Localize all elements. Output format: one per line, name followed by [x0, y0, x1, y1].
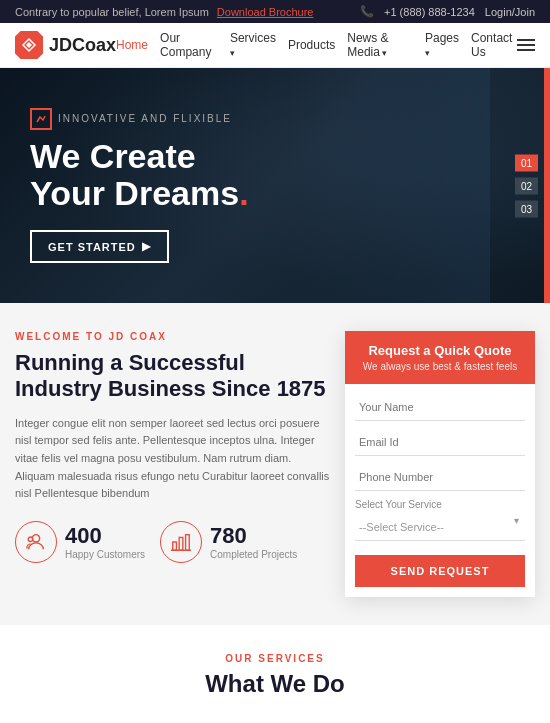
nav-services[interactable]: Services: [230, 31, 276, 59]
svg-rect-3: [179, 537, 183, 550]
hero-cta-button[interactable]: GET STARTED ▶: [30, 230, 169, 263]
service-automotive[interactable]: AutomotiveManufacturing: [15, 718, 113, 723]
stat-customers: 400 Happy Customers: [15, 521, 145, 563]
services-label: OUR SERVICES: [15, 653, 535, 664]
stat-projects: 780 Completed Projects: [160, 521, 297, 563]
services-section: OUR SERVICES What We Do AutomotiveManufa…: [0, 625, 550, 723]
quote-form: Request a Quick Quote We always use best…: [345, 331, 535, 597]
hero-title-line2: Your Dreams: [30, 174, 239, 212]
projects-svg: [170, 531, 192, 553]
customers-svg: [25, 531, 47, 553]
nav-contact[interactable]: Contact Us: [471, 31, 517, 59]
hero-tag-svg: [35, 113, 47, 125]
nav-home[interactable]: Home: [116, 38, 148, 52]
quote-form-subtitle: We always use best & fastest feels: [357, 361, 523, 372]
quote-form-title: Request a Quick Quote: [357, 343, 523, 358]
hero-cta-label: GET STARTED: [48, 241, 136, 253]
logo-svg: [21, 37, 37, 53]
nav-company[interactable]: Our Company: [160, 31, 218, 59]
hero-tag-icon: [30, 108, 52, 130]
logo: JDCoax: [15, 31, 116, 59]
svg-rect-2: [173, 542, 177, 550]
hero-section: INNOVATIVE AND FLIXIBLE We Create Your D…: [0, 68, 550, 303]
hero-tag-text: INNOVATIVE AND FLIXIBLE: [58, 113, 232, 124]
service-field: Select Your Service --Select Service-- A…: [355, 499, 525, 541]
brochure-link[interactable]: Download Brochure: [217, 6, 314, 18]
projects-icon: [160, 521, 202, 563]
stat-projects-info: 780 Completed Projects: [210, 523, 297, 560]
quote-form-body: Select Your Service --Select Service-- A…: [345, 384, 535, 597]
welcome-section: WELCOME TO JD COAX Running a Successful …: [0, 303, 550, 625]
welcome-body: Integer congue elit non semper laoreet s…: [15, 415, 330, 503]
phone-field: [355, 464, 525, 491]
welcome-left: WELCOME TO JD COAX Running a Successful …: [15, 331, 330, 563]
hero-slide-numbers: 01 02 03: [515, 154, 538, 217]
hero-content: INNOVATIVE AND FLIXIBLE We Create Your D…: [30, 108, 525, 264]
logo-text: JDCoax: [49, 35, 116, 56]
service-select[interactable]: --Select Service-- Automotive Manufactur…: [355, 514, 525, 541]
hamburger-line3: [517, 49, 535, 51]
top-bar-text: Contrary to popular belief, Lorem Ipsum: [15, 6, 209, 18]
send-request-button[interactable]: SEND REQUEST: [355, 555, 525, 587]
stat-projects-label: Completed Projects: [210, 549, 297, 560]
quote-form-header: Request a Quick Quote We always use best…: [345, 331, 535, 384]
service-industrial[interactable]: IndustrialConstruction: [121, 718, 219, 723]
welcome-title: Running a Successful Industry Business S…: [15, 350, 330, 403]
hamburger-menu[interactable]: [517, 39, 535, 51]
customers-icon: [15, 521, 57, 563]
hero-cta-arrow: ▶: [142, 240, 151, 253]
nav-pages[interactable]: Pages: [425, 31, 459, 59]
email-field: [355, 429, 525, 456]
hero-slide-3[interactable]: 03: [515, 200, 538, 217]
stat-projects-number: 780: [210, 523, 297, 549]
name-input[interactable]: [355, 394, 525, 421]
service-oil-gas[interactable]: Oil & GasEnergy: [437, 718, 535, 723]
service-mechanical[interactable]: MechanicalEngineering: [226, 718, 324, 723]
stat-customers-number: 400: [65, 523, 145, 549]
top-bar: Contrary to popular belief, Lorem Ipsum …: [0, 0, 550, 23]
stats-row: 400 Happy Customers 780 Completed Projec…: [15, 521, 330, 563]
top-bar-right: 📞 +1 (888) 888-1234 Login/Join: [360, 5, 535, 18]
hero-title-line1: We Create: [30, 137, 196, 175]
logo-icon: [15, 31, 43, 59]
svg-point-0: [32, 534, 39, 541]
login-link[interactable]: Login/Join: [485, 6, 535, 18]
welcome-label: WELCOME TO JD COAX: [15, 331, 330, 342]
hero-red-bar: [544, 68, 550, 303]
top-bar-left: Contrary to popular belief, Lorem Ipsum …: [15, 6, 313, 18]
hero-title: We Create Your Dreams.: [30, 138, 525, 213]
stat-customers-label: Happy Customers: [65, 549, 145, 560]
nav-news[interactable]: News & Media: [347, 31, 413, 59]
hero-tag: INNOVATIVE AND FLIXIBLE: [30, 108, 525, 130]
hero-title-dot: .: [239, 174, 248, 212]
service-select-wrapper: Select Your Service --Select Service-- A…: [355, 499, 525, 541]
name-field: [355, 394, 525, 421]
nav-products[interactable]: Products: [288, 38, 335, 52]
svg-point-1: [28, 537, 33, 542]
phone-number: +1 (888) 888-1234: [384, 6, 475, 18]
email-input[interactable]: [355, 429, 525, 456]
phone-input[interactable]: [355, 464, 525, 491]
hero-slide-2[interactable]: 02: [515, 177, 538, 194]
svg-rect-4: [186, 534, 190, 550]
hamburger-line2: [517, 44, 535, 46]
select-label-text: Select Your Service: [355, 499, 525, 510]
services-title: What We Do: [15, 670, 535, 698]
header: JDCoax Home Our Company Services Product…: [0, 23, 550, 68]
stat-customers-info: 400 Happy Customers: [65, 523, 145, 560]
hero-slide-1[interactable]: 01: [515, 154, 538, 171]
service-bridge[interactable]: BridgeConstruction: [332, 718, 430, 723]
main-nav: Home Our Company Services Products News …: [116, 31, 517, 59]
services-grid: AutomotiveManufacturing IndustrialConstr…: [15, 718, 535, 723]
hamburger-line1: [517, 39, 535, 41]
phone-icon: 📞: [360, 5, 374, 18]
